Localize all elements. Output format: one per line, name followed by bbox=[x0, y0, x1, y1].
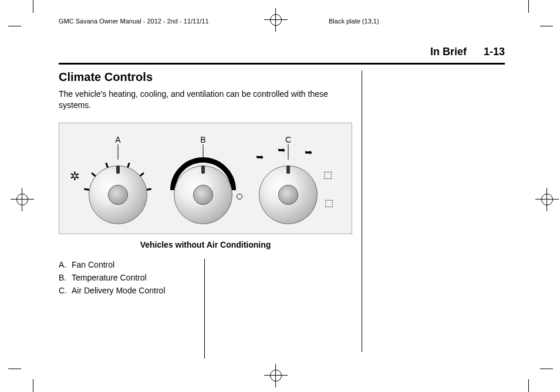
legend-text: Air Delivery Mode Control bbox=[72, 286, 166, 295]
legend-letter: A. bbox=[59, 260, 72, 269]
page-header: In Brief 1-13 bbox=[59, 46, 505, 65]
legend-item: B.Temperature Control bbox=[59, 273, 352, 282]
legend-column-rule bbox=[204, 259, 205, 359]
doc-title: GMC Savana Owner Manual - 2012 - 2nd - 1… bbox=[59, 18, 209, 25]
registration-mark-icon bbox=[535, 188, 559, 211]
header-rule bbox=[59, 63, 505, 65]
bilevel-icon: ➥ bbox=[278, 144, 285, 156]
legend-letter: C. bbox=[59, 286, 72, 295]
crop-mark-icon bbox=[33, 379, 33, 392]
crop-mark-icon bbox=[8, 369, 21, 369]
legend-text: Fan Control bbox=[72, 260, 114, 269]
callout-c: C bbox=[285, 135, 291, 144]
recirculation-icon bbox=[237, 194, 242, 200]
legend-item: C.Air Delivery Mode Control bbox=[59, 286, 352, 295]
fan-icon: ✲ bbox=[70, 169, 80, 183]
crop-mark-icon bbox=[540, 26, 553, 26]
crop-mark-icon bbox=[540, 369, 553, 369]
section-name: In Brief bbox=[430, 46, 467, 58]
plate-label: Black plate (13,1) bbox=[329, 18, 379, 25]
figure-caption: Vehicles without Air Conditioning bbox=[59, 240, 352, 249]
registration-mark-icon bbox=[264, 8, 288, 32]
climate-controls-figure: ✲ A B bbox=[59, 123, 352, 234]
crop-mark-icon bbox=[8, 26, 21, 26]
floor-icon: ➥ bbox=[305, 147, 312, 158]
registration-mark-icon bbox=[264, 364, 288, 387]
legend-text: Temperature Control bbox=[72, 273, 147, 282]
page-number: 1-13 bbox=[484, 46, 505, 58]
crop-mark-icon bbox=[33, 0, 33, 13]
defrost-icon: ⬚ bbox=[325, 197, 333, 208]
defog-icon: ⬚ bbox=[323, 169, 332, 180]
registration-mark-icon bbox=[11, 188, 34, 211]
intro-text: The vehicle's heating, cooling, and vent… bbox=[59, 89, 352, 111]
content: Climate Controls The vehicle's heating, … bbox=[59, 70, 505, 299]
callout-a: A bbox=[115, 135, 120, 144]
section-title: Climate Controls bbox=[59, 70, 505, 84]
crop-mark-icon bbox=[528, 0, 529, 13]
legend-item: A.Fan Control bbox=[59, 260, 352, 269]
callout-b: B bbox=[200, 135, 205, 144]
legend-block: A.Fan Control B.Temperature Control C.Ai… bbox=[59, 260, 352, 295]
vent-icon: ➥ bbox=[256, 151, 264, 163]
page: GMC Savana Owner Manual - 2012 - 2nd - 1… bbox=[0, 0, 560, 392]
crop-mark-icon bbox=[528, 379, 529, 392]
legend-letter: B. bbox=[59, 273, 72, 282]
